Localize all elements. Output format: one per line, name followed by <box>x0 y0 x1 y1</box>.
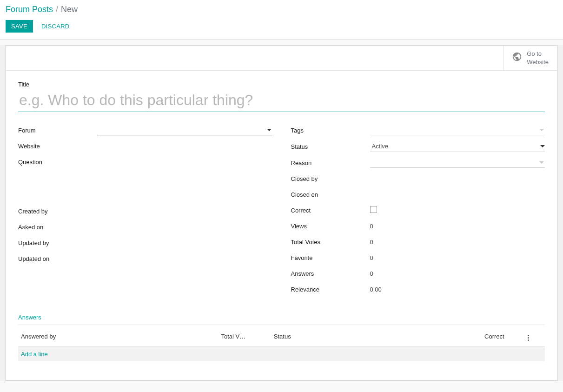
breadcrumb-separator: / <box>56 5 58 14</box>
views-value: 0 <box>370 223 545 230</box>
updated-on-field: Updated on <box>18 253 272 264</box>
breadcrumb: Forum Posts / New <box>6 5 557 14</box>
total-votes-field: Total Votes 0 <box>291 237 545 247</box>
closed-on-label: Closed on <box>291 191 370 198</box>
answers-section: Answers Answered by Total V… Status Corr… <box>18 314 545 376</box>
reason-label: Reason <box>291 159 370 166</box>
globe-icon <box>512 52 522 64</box>
created-by-field: Created by <box>18 206 272 216</box>
updated-by-field: Updated by <box>18 238 272 248</box>
title-label: Title <box>18 81 545 88</box>
left-column: Forum Website Question <box>18 125 272 300</box>
status-label: Status <box>291 143 370 150</box>
updated-by-label: Updated by <box>18 239 97 246</box>
caret-down-icon <box>539 161 544 164</box>
goto-website-button[interactable]: Go to Website <box>503 46 557 70</box>
form-body: Title Forum Website Question <box>6 71 557 380</box>
table-options-icon[interactable] <box>527 334 530 342</box>
tags-label: Tags <box>291 127 370 134</box>
col-header-correct[interactable]: Correct <box>482 326 524 347</box>
reason-field: Reason <box>291 158 545 168</box>
tags-field: Tags <box>291 125 545 135</box>
caret-down-icon <box>539 129 544 131</box>
caret-down-icon <box>540 145 545 147</box>
table-row: Add a line <box>18 347 545 362</box>
website-field: Website <box>18 141 272 151</box>
forum-label: Forum <box>18 127 97 134</box>
correct-label: Correct <box>291 207 370 214</box>
title-input[interactable] <box>18 90 545 112</box>
updated-on-label: Updated on <box>18 255 97 262</box>
favorite-label: Favorite <box>291 254 370 261</box>
answers-section-title: Answers <box>18 314 545 325</box>
col-header-status[interactable]: Status <box>271 326 482 347</box>
fields-two-column: Forum Website Question <box>18 125 545 300</box>
total-votes-label: Total Votes <box>291 239 370 246</box>
right-column: Tags Status Active Reason <box>291 125 545 300</box>
caret-down-icon <box>267 129 272 131</box>
action-buttons-row: Save Discard <box>6 20 557 33</box>
relevance-value: 0.00 <box>370 286 545 293</box>
asked-on-field: Asked on <box>18 222 272 232</box>
question-field: Question <box>18 157 272 167</box>
col-header-answered-by[interactable]: Answered by <box>18 326 219 347</box>
website-label: Website <box>18 143 97 150</box>
views-field: Views 0 <box>291 221 545 231</box>
correct-field: Correct <box>291 205 545 215</box>
col-header-menu <box>524 326 545 347</box>
tags-select[interactable] <box>370 125 545 135</box>
answers-count-label: Answers <box>291 270 370 277</box>
relevance-field: Relevance 0.00 <box>291 284 545 294</box>
forum-field: Forum <box>18 125 272 135</box>
answers-table: Answered by Total V… Status Correct Add … <box>18 326 545 376</box>
relevance-label: Relevance <box>291 286 370 293</box>
breadcrumb-parent-link[interactable]: Forum Posts <box>6 5 53 14</box>
favorite-value: 0 <box>370 254 545 261</box>
closed-by-field: Closed by <box>291 173 545 184</box>
reason-select[interactable] <box>370 158 545 168</box>
correct-checkbox[interactable] <box>370 206 377 213</box>
topbar-spacer <box>6 46 503 70</box>
status-value: Active <box>372 143 388 150</box>
page-header: Forum Posts / New Save Discard <box>0 0 563 40</box>
created-by-label: Created by <box>18 208 97 215</box>
sheet-wrapper: Go to Website Title Forum Website <box>0 45 563 381</box>
favorite-field: Favorite 0 <box>291 252 545 263</box>
forum-select[interactable] <box>97 125 272 135</box>
form-sheet: Go to Website Title Forum Website <box>6 45 557 381</box>
save-button[interactable]: Save <box>6 20 33 33</box>
sheet-topbar: Go to Website <box>6 46 557 71</box>
total-votes-value: 0 <box>370 239 545 246</box>
answers-count-field: Answers 0 <box>291 268 545 279</box>
discard-button[interactable]: Discard <box>35 20 76 33</box>
closed-on-field: Closed on <box>291 189 545 199</box>
table-row-empty <box>18 361 545 376</box>
asked-on-label: Asked on <box>18 224 97 231</box>
question-label: Question <box>18 159 97 166</box>
goto-website-label: Go to Website <box>527 50 549 66</box>
breadcrumb-current: New <box>61 5 78 14</box>
closed-by-label: Closed by <box>291 175 370 182</box>
status-field: Status Active <box>291 141 545 152</box>
views-label: Views <box>291 223 370 230</box>
correct-value-cell <box>370 206 545 214</box>
add-line-button[interactable]: Add a line <box>18 347 219 362</box>
status-select[interactable]: Active <box>370 141 545 152</box>
answers-count-value: 0 <box>370 270 545 277</box>
col-header-total-votes[interactable]: Total V… <box>219 326 271 347</box>
spacer <box>18 173 272 206</box>
